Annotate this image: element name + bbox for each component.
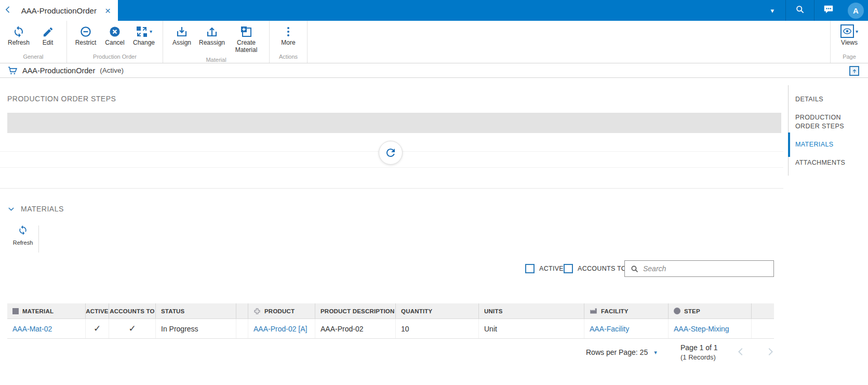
records-count-text: (1 Records) bbox=[680, 353, 718, 361]
messages-button[interactable] bbox=[814, 0, 843, 21]
avatar-letter: A bbox=[853, 6, 859, 15]
chevron-left-icon bbox=[4, 5, 12, 16]
change-caret-down-icon: ▾ bbox=[150, 29, 152, 34]
column-header-product-description[interactable]: PRODUCT DESCRIPTION bbox=[315, 303, 396, 318]
create-material-button[interactable]: Create Material bbox=[228, 23, 265, 55]
tab-close-icon[interactable]: × bbox=[105, 6, 111, 16]
views-button[interactable]: ▾ Views bbox=[835, 23, 864, 48]
search-input[interactable] bbox=[643, 264, 769, 273]
more-button[interactable]: More bbox=[274, 23, 303, 48]
user-avatar[interactable]: A bbox=[848, 3, 864, 19]
eye-icon bbox=[840, 24, 854, 38]
more-vertical-icon bbox=[287, 24, 289, 38]
active-filter: ACTIVE bbox=[525, 264, 564, 273]
quantity-cell: 10 bbox=[401, 325, 409, 333]
assign-button[interactable]: Assign bbox=[167, 23, 196, 55]
sidebar-item-materials[interactable]: MATERIALS bbox=[789, 136, 868, 154]
refresh-button[interactable]: Refresh bbox=[4, 23, 33, 48]
chevron-right-icon bbox=[765, 346, 776, 357]
sidebar-item-attachments[interactable]: ATTACHMENTS bbox=[789, 154, 868, 172]
object-header-bar: AAA-ProductionOrder (Active) bbox=[0, 63, 868, 78]
step-circle-icon bbox=[674, 308, 680, 314]
toolbar-group-production-order: Restrict Cancel ▾ Change bbox=[67, 21, 163, 63]
button-label: Restrict bbox=[75, 39, 97, 47]
page-number-text: Page 1 of 1 bbox=[680, 343, 718, 352]
sidebar-item-production-order-steps[interactable]: PRODUCTION ORDER STEPS bbox=[789, 109, 868, 136]
rows-per-page-selector[interactable]: Rows per Page: 25 ▾ bbox=[586, 348, 657, 356]
global-search-button[interactable] bbox=[786, 0, 814, 21]
button-label: Assign bbox=[172, 39, 191, 47]
column-header-status[interactable]: STATUS bbox=[156, 303, 236, 318]
toolbar-group-general: Refresh Edit General bbox=[0, 21, 67, 63]
assign-icon bbox=[176, 24, 188, 38]
back-button[interactable] bbox=[0, 0, 16, 21]
button-label: Edit bbox=[43, 39, 54, 47]
factory-icon bbox=[590, 307, 597, 315]
rows-per-page-label: Rows per Page: bbox=[586, 348, 638, 356]
column-header-facility[interactable]: FACILITY bbox=[584, 303, 669, 318]
toolbar-group-actions: More Actions bbox=[270, 21, 308, 63]
topbar-actions: ▾ A bbox=[759, 0, 868, 21]
material-link[interactable]: AAA-Mat-02 bbox=[12, 325, 52, 333]
change-icon bbox=[136, 24, 148, 38]
step-link[interactable]: AAA-Step-Mixing bbox=[674, 325, 729, 333]
steps-section-title: PRODUCTION ORDER STEPS bbox=[7, 95, 116, 103]
reassign-button[interactable]: Reassign bbox=[196, 23, 228, 55]
command-toolbar: Refresh Edit General Restrict bbox=[0, 21, 868, 63]
materials-refresh-button[interactable]: Refresh bbox=[8, 225, 37, 246]
active-checkmark: ✓ bbox=[94, 323, 101, 334]
next-page-button[interactable] bbox=[765, 346, 776, 360]
column-header-units[interactable]: UNITS bbox=[479, 303, 584, 318]
column-header-quantity[interactable]: QUANTITY bbox=[396, 303, 479, 318]
arrow-up-icon bbox=[851, 68, 858, 74]
restrict-button[interactable]: Restrict bbox=[71, 23, 100, 48]
active-checkbox[interactable] bbox=[525, 264, 535, 273]
materials-section-title: MATERIALS bbox=[21, 205, 64, 213]
skeleton-row-line bbox=[0, 167, 783, 168]
column-header-spacer bbox=[236, 303, 248, 318]
facility-link[interactable]: AAA-Facility bbox=[590, 325, 629, 333]
toolbar-group-label: Production Order bbox=[71, 52, 158, 63]
column-header-step[interactable]: STEP bbox=[669, 303, 752, 318]
product-plus-icon bbox=[253, 308, 261, 315]
refresh-icon bbox=[12, 24, 25, 38]
materials-section-header[interactable]: MATERIALS bbox=[7, 205, 64, 213]
table-header-row: MATERIAL ACTIVE ACCOUNTS TO STATUS PRODU… bbox=[7, 303, 774, 319]
column-header-empty bbox=[752, 303, 774, 318]
toolbar-group-label: Page bbox=[835, 52, 864, 63]
column-header-accounts-to[interactable]: ACCOUNTS TO bbox=[109, 303, 156, 318]
expand-header-button[interactable] bbox=[849, 66, 859, 76]
previous-page-button[interactable] bbox=[735, 346, 746, 360]
cart-icon bbox=[7, 65, 18, 76]
sidebar-item-details[interactable]: DETAILS bbox=[789, 90, 868, 109]
column-header-product[interactable]: PRODUCT bbox=[248, 303, 315, 318]
cancel-button[interactable]: Cancel bbox=[100, 23, 129, 48]
topbar-caret-down-icon[interactable]: ▾ bbox=[759, 7, 785, 15]
search-icon bbox=[630, 264, 639, 273]
product-description-cell: AAA-Prod-02 bbox=[321, 325, 363, 333]
toolbar-group-label: General bbox=[4, 52, 62, 63]
cancel-icon bbox=[109, 24, 121, 38]
tab-area: AAA-ProductionOrder × bbox=[0, 0, 118, 21]
object-title: AAA-ProductionOrder bbox=[22, 67, 95, 75]
button-label: Refresh bbox=[8, 39, 30, 47]
column-header-material[interactable]: MATERIAL bbox=[7, 303, 86, 318]
table-row[interactable]: AAA-Mat-02 ✓ ✓ In Progress AAA-Prod-02 [… bbox=[7, 319, 774, 339]
tab-production-order[interactable]: AAA-ProductionOrder × bbox=[16, 0, 118, 21]
button-label: Create Material bbox=[230, 39, 262, 54]
restrict-icon bbox=[79, 24, 92, 38]
change-button[interactable]: ▾ Change bbox=[129, 23, 158, 48]
button-label: Views bbox=[841, 39, 858, 47]
chevron-left-icon bbox=[735, 346, 746, 357]
button-label: Cancel bbox=[105, 39, 124, 47]
pencil-icon bbox=[42, 24, 54, 38]
search-icon bbox=[795, 4, 805, 17]
edit-button[interactable]: Edit bbox=[33, 23, 62, 48]
product-link[interactable]: AAA-Prod-02 [A] bbox=[253, 325, 308, 333]
accounts-to-checkbox[interactable] bbox=[564, 264, 573, 273]
chevron-down-icon bbox=[7, 205, 15, 213]
object-status: (Active) bbox=[100, 67, 124, 74]
materials-search-box bbox=[624, 260, 774, 277]
column-header-active[interactable]: ACTIVE bbox=[86, 303, 109, 318]
checkbox-label: ACTIVE bbox=[539, 265, 564, 272]
